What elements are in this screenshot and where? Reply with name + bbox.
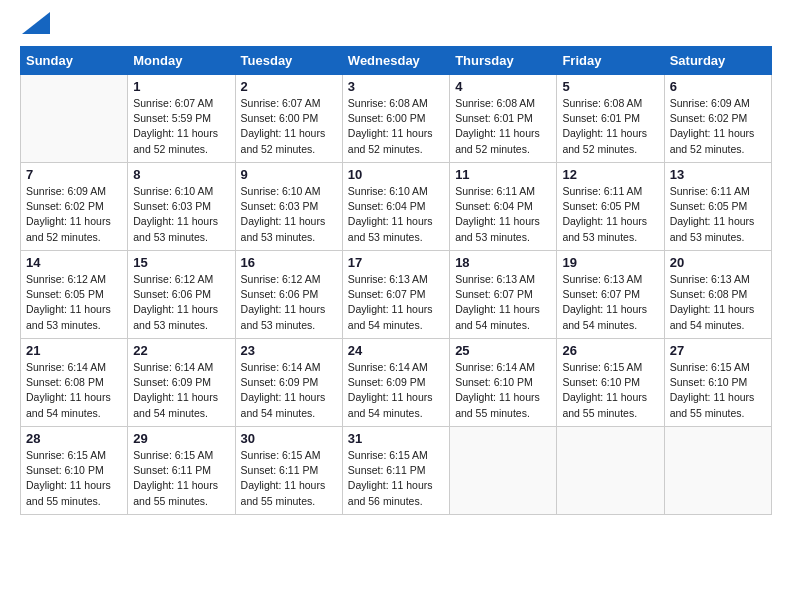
calendar-cell	[21, 75, 128, 163]
day-info: Sunrise: 6:07 AM Sunset: 5:59 PM Dayligh…	[133, 96, 229, 157]
calendar-cell: 23Sunrise: 6:14 AM Sunset: 6:09 PM Dayli…	[235, 339, 342, 427]
day-number: 26	[562, 343, 658, 358]
day-info: Sunrise: 6:10 AM Sunset: 6:03 PM Dayligh…	[241, 184, 337, 245]
logo-arrow-icon	[22, 12, 50, 34]
day-info: Sunrise: 6:12 AM Sunset: 6:06 PM Dayligh…	[241, 272, 337, 333]
day-info: Sunrise: 6:13 AM Sunset: 6:08 PM Dayligh…	[670, 272, 766, 333]
calendar-cell: 14Sunrise: 6:12 AM Sunset: 6:05 PM Dayli…	[21, 251, 128, 339]
day-number: 3	[348, 79, 444, 94]
day-number: 20	[670, 255, 766, 270]
calendar-cell: 2Sunrise: 6:07 AM Sunset: 6:00 PM Daylig…	[235, 75, 342, 163]
day-number: 19	[562, 255, 658, 270]
day-info: Sunrise: 6:15 AM Sunset: 6:10 PM Dayligh…	[562, 360, 658, 421]
calendar-cell: 1Sunrise: 6:07 AM Sunset: 5:59 PM Daylig…	[128, 75, 235, 163]
calendar-cell: 31Sunrise: 6:15 AM Sunset: 6:11 PM Dayli…	[342, 427, 449, 515]
day-number: 31	[348, 431, 444, 446]
calendar-cell: 3Sunrise: 6:08 AM Sunset: 6:00 PM Daylig…	[342, 75, 449, 163]
calendar-cell: 18Sunrise: 6:13 AM Sunset: 6:07 PM Dayli…	[450, 251, 557, 339]
weekday-header: Tuesday	[235, 47, 342, 75]
weekday-header: Saturday	[664, 47, 771, 75]
day-number: 1	[133, 79, 229, 94]
day-info: Sunrise: 6:10 AM Sunset: 6:04 PM Dayligh…	[348, 184, 444, 245]
day-info: Sunrise: 6:11 AM Sunset: 6:05 PM Dayligh…	[562, 184, 658, 245]
day-info: Sunrise: 6:12 AM Sunset: 6:05 PM Dayligh…	[26, 272, 122, 333]
calendar-cell: 15Sunrise: 6:12 AM Sunset: 6:06 PM Dayli…	[128, 251, 235, 339]
day-number: 22	[133, 343, 229, 358]
day-number: 17	[348, 255, 444, 270]
day-number: 18	[455, 255, 551, 270]
calendar-cell: 6Sunrise: 6:09 AM Sunset: 6:02 PM Daylig…	[664, 75, 771, 163]
day-info: Sunrise: 6:09 AM Sunset: 6:02 PM Dayligh…	[26, 184, 122, 245]
calendar-cell: 20Sunrise: 6:13 AM Sunset: 6:08 PM Dayli…	[664, 251, 771, 339]
day-info: Sunrise: 6:14 AM Sunset: 6:09 PM Dayligh…	[133, 360, 229, 421]
calendar-cell	[450, 427, 557, 515]
day-number: 5	[562, 79, 658, 94]
calendar-cell: 13Sunrise: 6:11 AM Sunset: 6:05 PM Dayli…	[664, 163, 771, 251]
day-info: Sunrise: 6:08 AM Sunset: 6:01 PM Dayligh…	[562, 96, 658, 157]
calendar-week-row: 21Sunrise: 6:14 AM Sunset: 6:08 PM Dayli…	[21, 339, 772, 427]
day-number: 2	[241, 79, 337, 94]
calendar-cell: 27Sunrise: 6:15 AM Sunset: 6:10 PM Dayli…	[664, 339, 771, 427]
day-number: 21	[26, 343, 122, 358]
day-number: 12	[562, 167, 658, 182]
day-info: Sunrise: 6:14 AM Sunset: 6:09 PM Dayligh…	[348, 360, 444, 421]
logo	[20, 20, 50, 34]
day-number: 14	[26, 255, 122, 270]
day-info: Sunrise: 6:08 AM Sunset: 6:00 PM Dayligh…	[348, 96, 444, 157]
weekday-header: Thursday	[450, 47, 557, 75]
day-info: Sunrise: 6:15 AM Sunset: 6:11 PM Dayligh…	[348, 448, 444, 509]
day-number: 16	[241, 255, 337, 270]
day-number: 24	[348, 343, 444, 358]
day-info: Sunrise: 6:15 AM Sunset: 6:10 PM Dayligh…	[26, 448, 122, 509]
day-number: 4	[455, 79, 551, 94]
day-info: Sunrise: 6:15 AM Sunset: 6:11 PM Dayligh…	[241, 448, 337, 509]
day-info: Sunrise: 6:08 AM Sunset: 6:01 PM Dayligh…	[455, 96, 551, 157]
day-number: 9	[241, 167, 337, 182]
calendar-cell: 8Sunrise: 6:10 AM Sunset: 6:03 PM Daylig…	[128, 163, 235, 251]
weekday-header: Sunday	[21, 47, 128, 75]
day-info: Sunrise: 6:15 AM Sunset: 6:11 PM Dayligh…	[133, 448, 229, 509]
day-info: Sunrise: 6:14 AM Sunset: 6:09 PM Dayligh…	[241, 360, 337, 421]
page: SundayMondayTuesdayWednesdayThursdayFrid…	[0, 0, 792, 525]
day-info: Sunrise: 6:13 AM Sunset: 6:07 PM Dayligh…	[455, 272, 551, 333]
svg-marker-0	[22, 12, 50, 34]
day-info: Sunrise: 6:07 AM Sunset: 6:00 PM Dayligh…	[241, 96, 337, 157]
day-info: Sunrise: 6:14 AM Sunset: 6:10 PM Dayligh…	[455, 360, 551, 421]
day-number: 27	[670, 343, 766, 358]
calendar-cell	[557, 427, 664, 515]
calendar-table: SundayMondayTuesdayWednesdayThursdayFrid…	[20, 46, 772, 515]
day-number: 10	[348, 167, 444, 182]
calendar-cell: 17Sunrise: 6:13 AM Sunset: 6:07 PM Dayli…	[342, 251, 449, 339]
calendar-week-row: 1Sunrise: 6:07 AM Sunset: 5:59 PM Daylig…	[21, 75, 772, 163]
day-info: Sunrise: 6:09 AM Sunset: 6:02 PM Dayligh…	[670, 96, 766, 157]
calendar-cell: 30Sunrise: 6:15 AM Sunset: 6:11 PM Dayli…	[235, 427, 342, 515]
calendar-week-row: 7Sunrise: 6:09 AM Sunset: 6:02 PM Daylig…	[21, 163, 772, 251]
calendar-cell: 11Sunrise: 6:11 AM Sunset: 6:04 PM Dayli…	[450, 163, 557, 251]
day-number: 25	[455, 343, 551, 358]
day-number: 8	[133, 167, 229, 182]
calendar-cell: 5Sunrise: 6:08 AM Sunset: 6:01 PM Daylig…	[557, 75, 664, 163]
day-number: 7	[26, 167, 122, 182]
calendar-cell: 26Sunrise: 6:15 AM Sunset: 6:10 PM Dayli…	[557, 339, 664, 427]
day-number: 6	[670, 79, 766, 94]
day-info: Sunrise: 6:11 AM Sunset: 6:05 PM Dayligh…	[670, 184, 766, 245]
day-info: Sunrise: 6:13 AM Sunset: 6:07 PM Dayligh…	[562, 272, 658, 333]
calendar-cell: 9Sunrise: 6:10 AM Sunset: 6:03 PM Daylig…	[235, 163, 342, 251]
calendar-week-row: 14Sunrise: 6:12 AM Sunset: 6:05 PM Dayli…	[21, 251, 772, 339]
calendar-cell: 4Sunrise: 6:08 AM Sunset: 6:01 PM Daylig…	[450, 75, 557, 163]
day-number: 29	[133, 431, 229, 446]
calendar-cell: 25Sunrise: 6:14 AM Sunset: 6:10 PM Dayli…	[450, 339, 557, 427]
day-number: 28	[26, 431, 122, 446]
day-info: Sunrise: 6:15 AM Sunset: 6:10 PM Dayligh…	[670, 360, 766, 421]
weekday-header: Friday	[557, 47, 664, 75]
header-row: SundayMondayTuesdayWednesdayThursdayFrid…	[21, 47, 772, 75]
calendar-cell: 29Sunrise: 6:15 AM Sunset: 6:11 PM Dayli…	[128, 427, 235, 515]
day-number: 11	[455, 167, 551, 182]
calendar-cell: 22Sunrise: 6:14 AM Sunset: 6:09 PM Dayli…	[128, 339, 235, 427]
calendar-cell: 12Sunrise: 6:11 AM Sunset: 6:05 PM Dayli…	[557, 163, 664, 251]
calendar-cell: 10Sunrise: 6:10 AM Sunset: 6:04 PM Dayli…	[342, 163, 449, 251]
day-number: 13	[670, 167, 766, 182]
calendar-week-row: 28Sunrise: 6:15 AM Sunset: 6:10 PM Dayli…	[21, 427, 772, 515]
day-info: Sunrise: 6:11 AM Sunset: 6:04 PM Dayligh…	[455, 184, 551, 245]
weekday-header: Monday	[128, 47, 235, 75]
